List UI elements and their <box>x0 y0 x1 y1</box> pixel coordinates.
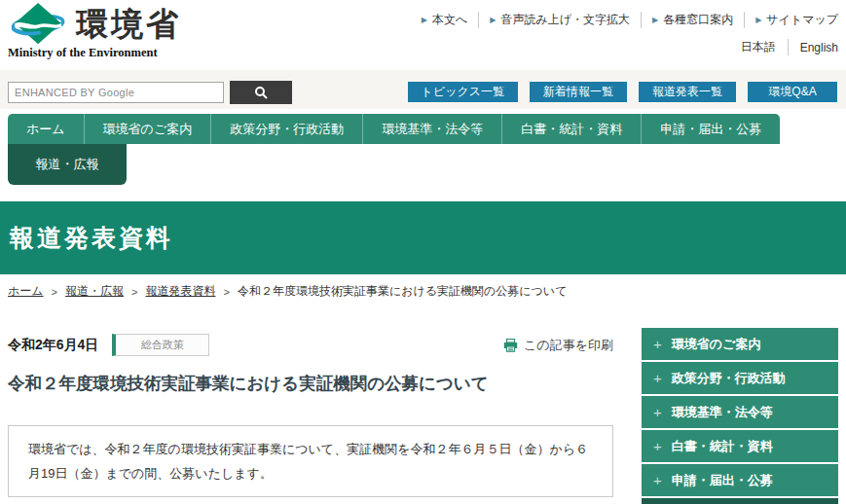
nav-item-standards[interactable]: 環境基準・法令等 <box>362 114 501 144</box>
article-date: 令和2年6月4日 <box>8 337 98 354</box>
link-text-to-speech[interactable]: ▶ 音声読み上げ・文字拡大 <box>479 12 642 28</box>
article-summary-box: 環境省では、令和２年度の環境技術実証事業について、実証機関を令和２年６月５日（金… <box>8 425 613 497</box>
new-info-list-button[interactable]: 新着情報一覧 <box>530 82 627 102</box>
search-input[interactable] <box>8 82 224 103</box>
nav-item-home[interactable]: ホーム <box>8 114 84 144</box>
breadcrumb: ホーム > 報道・広報 > 報道発表資料 > 令和２年度環境技術実証事業における… <box>8 283 567 300</box>
link-sitemap[interactable]: ▶ サイトマップ <box>745 12 838 28</box>
breadcrumb-current: 令和２年度環境技術実証事業における実証機関の公募について <box>238 283 568 300</box>
nav-item-about[interactable]: 環境省のご案内 <box>84 114 211 144</box>
lang-japanese[interactable]: 日本語 <box>729 39 789 55</box>
plus-icon: + <box>653 370 662 386</box>
link-to-main-content[interactable]: ▶ 本文へ <box>411 12 479 28</box>
nav-item-applications[interactable]: 申請・届出・公募 <box>641 114 780 144</box>
sidebar-item-press-partial[interactable] <box>642 498 838 504</box>
utility-links: ▶ 本文へ ▶ 音声読み上げ・文字拡大 ▶ 各種窓口案内 ▶ サイトマップ <box>411 12 838 28</box>
plus-icon: + <box>653 472 662 488</box>
breadcrumb-press-materials[interactable]: 報道発表資料 <box>145 283 215 300</box>
nav-item-policy[interactable]: 政策分野・行政活動 <box>210 114 362 144</box>
page-title-band: 報道発表資料 <box>0 201 846 274</box>
search-icon <box>254 86 268 99</box>
breadcrumb-press[interactable]: 報道・広報 <box>65 283 124 300</box>
plus-icon: + <box>653 404 662 420</box>
link-contact-info[interactable]: ▶ 各種窓口案内 <box>642 12 745 28</box>
site-logo[interactable]: 環境省 Ministry of the Environment <box>8 2 181 60</box>
arrow-icon: ▶ <box>652 16 658 24</box>
sidebar-item-standards[interactable]: + 環境基準・法令等 <box>642 396 838 428</box>
printer-icon <box>503 339 518 352</box>
arrow-icon: ▶ <box>755 16 761 24</box>
plus-icon: + <box>653 438 662 454</box>
print-article-link[interactable]: この記事を印刷 <box>503 337 613 354</box>
main-nav: ホーム 環境省のご案内 政策分野・行政活動 環境基準・法令等 白書・統計・資料 … <box>8 114 780 144</box>
site-title: 環境省 <box>76 3 181 47</box>
sidebar-item-about[interactable]: + 環境省のご案内 <box>642 328 838 360</box>
sidebar-item-policy[interactable]: + 政策分野・行政活動 <box>642 362 838 394</box>
category-badge[interactable]: 総合政策 <box>112 334 209 356</box>
arrow-icon: ▶ <box>422 16 427 24</box>
breadcrumb-home[interactable]: ホーム <box>8 283 44 300</box>
topics-list-button[interactable]: トピックス一覧 <box>408 82 518 102</box>
page-title: 報道発表資料 <box>10 222 173 254</box>
sidebar-item-applications[interactable]: + 申請・届出・公募 <box>642 464 838 496</box>
quick-buttons: トピックス一覧 新着情報一覧 報道発表一覧 環境Q&A <box>408 82 837 102</box>
article-meta: 令和2年6月4日 総合政策 この記事を印刷 <box>8 334 613 356</box>
env-qa-button[interactable]: 環境Q&A <box>748 82 837 102</box>
search-button[interactable] <box>230 81 292 104</box>
press-release-list-button[interactable]: 報道発表一覧 <box>639 82 736 102</box>
sidebar-menu: + 環境省のご案内 + 政策分野・行政活動 + 環境基準・法令等 + 白書・統計… <box>642 328 838 504</box>
plus-icon: + <box>653 336 662 352</box>
nav-item-whitepapers[interactable]: 白書・統計・資料 <box>501 114 641 144</box>
lang-english[interactable]: English <box>789 41 838 54</box>
language-switcher: 日本語 English <box>729 39 838 55</box>
site-subtitle: Ministry of the Environment <box>8 46 181 60</box>
sidebar-item-whitepapers[interactable]: + 白書・統計・資料 <box>642 430 838 462</box>
article-summary-text: 環境省では、令和２年度の環境技術実証事業について、実証機関を令和２年６月５日（金… <box>28 442 588 481</box>
arrow-icon: ▶ <box>490 16 496 24</box>
nav-item-press-active[interactable]: 報道・広報 <box>8 144 127 185</box>
moe-logo-icon <box>8 2 70 47</box>
article-title: 令和２年度環境技術実証事業における実証機関の公募について <box>8 372 613 395</box>
ministry-of-environment-page: 環境省 Ministry of the Environment ▶ 本文へ ▶ … <box>0 0 846 504</box>
